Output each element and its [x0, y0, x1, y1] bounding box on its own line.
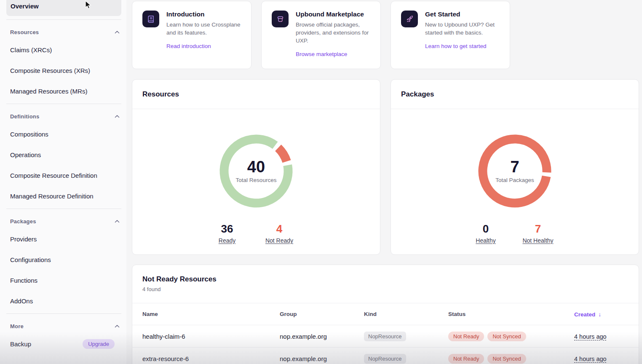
- sidebar-item-backup[interactable]: BackupUpgrade: [6, 334, 121, 354]
- section-label: Definitions: [10, 113, 39, 120]
- promo-card-description: Browse official packages, providers, and…: [296, 21, 372, 45]
- stat-value: 4: [262, 223, 296, 235]
- chart-stats-row: 0Healthy7Not Healthy: [388, 223, 636, 244]
- sidebar-item-label: Composite Resources (XRs): [10, 67, 90, 74]
- sidebar-item-label: Configurations: [10, 256, 51, 263]
- status-badge-not-synced: Not Synced: [487, 332, 526, 341]
- table-column-header-row: NameGroupKindStatusCreated↓: [132, 303, 639, 325]
- chart-card-title: Resources: [142, 90, 179, 99]
- column-header-name[interactable]: Name: [142, 311, 280, 317]
- chevron-up-icon: [115, 324, 120, 328]
- created-time-link[interactable]: 4 hours ago: [574, 333, 607, 340]
- cell-name: healthy-claim-6: [142, 333, 185, 340]
- sidebar-item-managed-resource-definition[interactable]: Managed Resource Definition: [6, 186, 121, 206]
- sidebar-item-composite-resource-definition[interactable]: Composite Resource Definition: [6, 165, 121, 186]
- packages-donut-chart: 7Total Packages: [475, 131, 555, 211]
- table-header-block: Not Ready Resources 4 found: [132, 265, 639, 303]
- sidebar: Overview ResourcesClaims (XRCs)Composite…: [0, 0, 126, 364]
- sidebar-item-providers[interactable]: Providers: [6, 229, 121, 249]
- sidebar-item-claims-xrcs[interactable]: Claims (XRCs): [6, 40, 121, 60]
- status-badge-not-synced: Not Synced: [487, 354, 526, 364]
- sidebar-section-packages[interactable]: Packages: [10, 218, 120, 225]
- sidebar-item-configurations[interactable]: Configurations: [6, 249, 121, 270]
- chevron-up-icon: [115, 115, 120, 118]
- section-label: More: [10, 323, 24, 329]
- section-label: Packages: [10, 218, 36, 225]
- chart-stats-row: 36Ready4Not Ready: [129, 223, 377, 244]
- not-ready-link[interactable]: Not Ready: [265, 237, 293, 244]
- column-label: Name: [142, 311, 158, 317]
- sidebar-item-addons[interactable]: AddOns: [6, 291, 121, 311]
- rocket-icon: [401, 11, 418, 27]
- sidebar-item-label: Providers: [10, 236, 37, 243]
- sidebar-item-label: Managed Resources (MRs): [10, 88, 87, 95]
- sidebar-item-operations[interactable]: Operations: [6, 145, 121, 165]
- chart-card-header: Packages: [391, 80, 639, 109]
- table-body: healthy-claim-6nop.example.orgNopResourc…: [132, 325, 639, 364]
- upgrade-badge[interactable]: Upgrade: [83, 339, 115, 349]
- table-result-count: 4 found: [142, 286, 629, 292]
- chevron-up-icon: [115, 30, 120, 34]
- table-row[interactable]: extra-resource-6nop.example.orgNopResour…: [132, 348, 639, 364]
- browse-marketplace-link[interactable]: Browse marketplace: [296, 51, 347, 57]
- stat-value: 36: [210, 223, 244, 235]
- read-introduction-link[interactable]: Read introduction: [166, 43, 211, 49]
- sidebar-item-label: Functions: [10, 277, 37, 284]
- divider: [6, 104, 121, 104]
- column-header-status[interactable]: Status: [448, 311, 574, 317]
- not-healthy-link[interactable]: Not Healthy: [522, 237, 553, 244]
- promo-card-description: Learn how to use Crossplane and its feat…: [166, 21, 242, 37]
- chart-card-title: Packages: [401, 90, 434, 99]
- sidebar-section-more[interactable]: More: [10, 323, 120, 329]
- resources-chart-card: Resources40Total Resources36Ready4Not Re…: [132, 79, 380, 255]
- table-title: Not Ready Resources: [142, 275, 629, 284]
- learn-how-to-get-started-link[interactable]: Learn how to get started: [425, 43, 487, 49]
- sidebar-item-compositions[interactable]: Compositions: [6, 124, 121, 145]
- sidebar-item-label: Overview: [11, 3, 39, 10]
- created-time-link[interactable]: 4 hours ago: [574, 356, 607, 362]
- promo-card-title: Upbound Marketplace: [296, 11, 372, 18]
- status-badge-not-ready: Not Ready: [448, 354, 484, 364]
- cell-group: nop.example.org: [280, 355, 327, 362]
- promo-card-get-started: Get StartedNew to Upbound UXP? Get start…: [391, 1, 510, 69]
- arrow-down-icon: ↓: [598, 311, 601, 318]
- promo-card-introduction: IntroductionLearn how to use Crossplane …: [132, 1, 251, 69]
- sidebar-item-managed-resources-mrs[interactable]: Managed Resources (MRs): [6, 81, 121, 102]
- not-ready-resources-card: Not Ready Resources 4 found NameGroupKin…: [132, 265, 639, 364]
- sidebar-section-definitions[interactable]: Definitions: [10, 113, 120, 120]
- healthy-link[interactable]: Healthy: [476, 237, 495, 244]
- divider: [6, 313, 121, 314]
- table-row[interactable]: healthy-claim-6nop.example.orgNopResourc…: [132, 325, 639, 348]
- ready-link[interactable]: Ready: [219, 237, 235, 244]
- sidebar-item-label: Managed Resource Definition: [10, 193, 94, 200]
- column-label: Kind: [364, 311, 377, 317]
- chevron-up-icon: [115, 219, 120, 223]
- promo-card-upbound-marketplace: Upbound MarketplaceBrowse official packa…: [261, 1, 381, 69]
- column-header-created[interactable]: Created↓: [574, 311, 629, 318]
- sidebar-item-label: Backup: [10, 340, 31, 348]
- column-label: Status: [448, 311, 465, 317]
- charts-row: Resources40Total Resources36Ready4Not Re…: [132, 79, 639, 255]
- promo-card-title: Introduction: [166, 11, 242, 18]
- stat-ready: 36Ready: [210, 223, 244, 244]
- stat-value: 7: [521, 223, 555, 235]
- column-header-group[interactable]: Group: [280, 311, 364, 317]
- column-label: Group: [280, 311, 297, 317]
- section-label: Resources: [10, 29, 39, 35]
- sidebar-item-composite-resources-xrs[interactable]: Composite Resources (XRs): [6, 60, 121, 81]
- sidebar-item-functions[interactable]: Functions: [6, 270, 121, 291]
- sidebar-item-label: AddOns: [10, 297, 33, 305]
- stat-not-ready: 4Not Ready: [262, 223, 296, 244]
- promo-card-description: New to Upbound UXP? Get started with the…: [425, 21, 501, 37]
- promo-card-row: IntroductionLearn how to use Crossplane …: [132, 1, 510, 69]
- divider: [6, 209, 121, 209]
- stat-value: 0: [469, 223, 503, 235]
- divider: [6, 19, 121, 20]
- column-header-kind[interactable]: Kind: [364, 311, 448, 317]
- sidebar-section-resources[interactable]: Resources: [10, 29, 120, 35]
- sidebar-item-label: Composite Resource Definition: [10, 172, 97, 179]
- storefront-icon: [272, 11, 289, 27]
- main-content: IntroductionLearn how to use Crossplane …: [132, 0, 642, 364]
- sidebar-item-overview[interactable]: Overview: [6, 0, 121, 16]
- stat-healthy: 0Healthy: [469, 223, 503, 244]
